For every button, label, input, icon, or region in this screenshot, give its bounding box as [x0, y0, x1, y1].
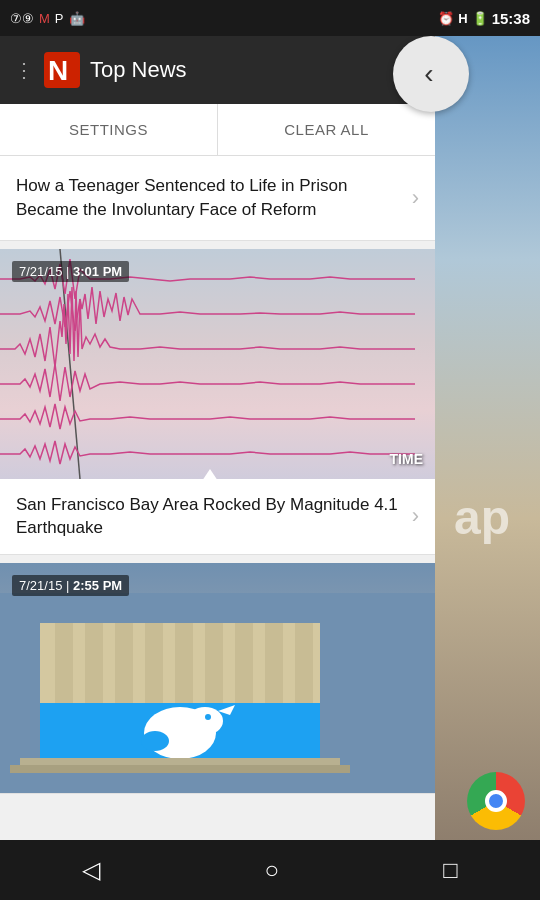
article-text-below-earthquake: San Francisco Bay Area Rocked By Magnitu…	[0, 479, 435, 555]
signal-h-icon: H	[458, 11, 467, 26]
back-nav-button[interactable]: ◁	[52, 846, 130, 894]
back-button[interactable]: ‹	[393, 36, 469, 112]
svg-text:N: N	[48, 55, 68, 86]
battery-icon: 🔋	[472, 11, 488, 26]
android-icon: 🤖	[69, 11, 85, 26]
article-image-card-earthquake[interactable]: 7/21/15 | 3:01 PM TIME San Francisco Bay…	[0, 249, 435, 556]
seismo-background	[0, 249, 435, 479]
recent-nav-button[interactable]: □	[413, 846, 488, 894]
svg-point-19	[141, 731, 169, 751]
seismo-waves	[0, 249, 435, 479]
svg-rect-23	[10, 765, 350, 773]
article-text-item[interactable]: How a Teenager Sentenced to Life in Pris…	[0, 156, 435, 241]
chrome-icon[interactable]	[467, 772, 525, 830]
tab-settings[interactable]: SETTINGS	[0, 104, 218, 155]
p-icon: P	[55, 11, 64, 26]
notification-count: ⑦⑨	[10, 11, 34, 26]
news-list: How a Teenager Sentenced to Life in Pris…	[0, 156, 435, 900]
svg-point-18	[187, 707, 223, 735]
article-image-wrapper: 7/21/15 | 3:01 PM TIME	[0, 249, 435, 479]
article-title-earthquake: San Francisco Bay Area Rocked By Magnitu…	[16, 493, 402, 541]
logo: N	[44, 52, 80, 88]
bottom-nav: ◁ ○ □	[0, 840, 540, 900]
article-image-card-twitter[interactable]: 7/21/15 | 2:55 PM	[0, 563, 435, 794]
alarm-icon: ⏰	[438, 11, 454, 26]
status-bar: ⑦⑨ M P 🤖 ⏰ H 🔋 15:38	[0, 0, 540, 36]
chrome-inner	[485, 790, 507, 812]
back-chevron-icon: ‹	[424, 58, 433, 90]
clock: 15:38	[492, 10, 530, 27]
gmail-icon: M	[39, 11, 50, 26]
header: ⋮ N Top News ✕	[0, 36, 435, 104]
twitter-building-svg	[0, 593, 435, 793]
status-left-icons: ⑦⑨ M P 🤖	[10, 11, 85, 26]
chevron-right-icon: ›	[412, 185, 419, 211]
article-image-wrapper-twitter: 7/21/15 | 2:55 PM	[0, 563, 435, 793]
svg-point-21	[205, 714, 211, 720]
bg-ap-text: ap	[454, 490, 510, 545]
article-timestamp-twitter: 7/21/15 | 2:55 PM	[12, 575, 129, 596]
article-source-time: TIME	[390, 451, 423, 467]
article-title: How a Teenager Sentenced to Life in Pris…	[16, 174, 402, 222]
home-nav-button[interactable]: ○	[234, 846, 309, 894]
status-right-icons: ⏰ H 🔋 15:38	[438, 10, 530, 27]
twitter-background	[0, 563, 435, 793]
chevron-right-icon-earthquake: ›	[412, 503, 419, 529]
tabs: SETTINGS CLEAR ALL	[0, 104, 435, 156]
article-timestamp-earthquake: 7/21/15 | 3:01 PM	[12, 261, 129, 282]
header-title: Top News	[90, 57, 386, 83]
menu-icon[interactable]: ⋮	[14, 58, 34, 82]
tab-clear-all[interactable]: CLEAR ALL	[218, 104, 435, 155]
main-panel: ⋮ N Top News ✕ SETTINGS CLEAR ALL How a …	[0, 36, 435, 900]
